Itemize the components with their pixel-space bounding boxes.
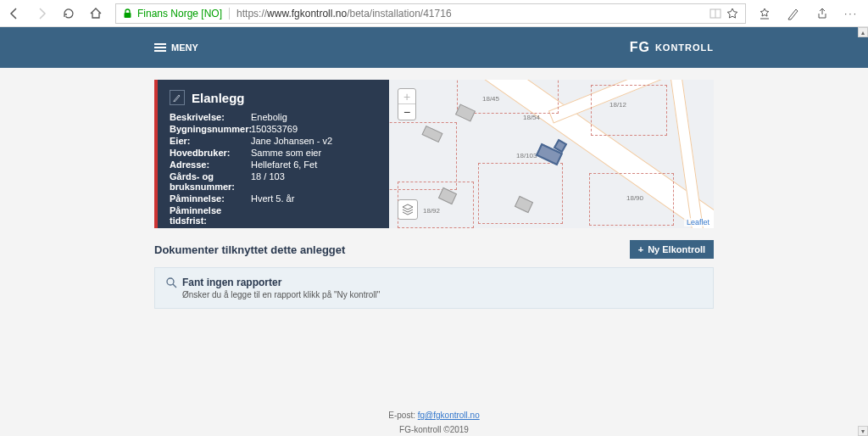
plus-icon: + (638, 244, 643, 254)
scroll-up-button[interactable]: ▴ (858, 27, 868, 37)
documents-heading: Dokumenter tilknyttet dette anlegget (154, 243, 345, 256)
refresh-button[interactable] (61, 6, 76, 21)
field-eier: Eier:Jane Johansen - v2 (170, 136, 377, 146)
svg-point-4 (167, 278, 174, 285)
back-button[interactable] (7, 6, 22, 21)
footer-copyright: FG-kontroll ©2019 (154, 425, 714, 434)
notes-icon[interactable] (787, 7, 800, 20)
field-paminnelse: Påminnelse:Hvert 5. år (170, 193, 377, 204)
field-adresse: Adresse:Hellefaret 6, Fet (170, 159, 377, 170)
svg-line-5 (173, 284, 176, 288)
lock-icon (123, 8, 132, 19)
footer-email-link[interactable]: fg@fgkontroll.no (418, 411, 480, 420)
map-zoom-control: + − (398, 88, 416, 120)
svg-rect-0 (125, 13, 131, 18)
share-icon[interactable] (815, 7, 829, 20)
site-identity: Finans Norge [NO] (137, 8, 222, 20)
favorite-star-icon[interactable] (726, 8, 738, 20)
field-gards-bruksnummer: Gårds- og bruksnummer:18 / 103 (170, 171, 377, 192)
scroll-down-button[interactable]: ▾ (858, 426, 868, 436)
field-paminnelse-tidsfrist: Påminnelse tidsfrist: (170, 205, 377, 226)
new-elkontroll-button[interactable]: + Ny Elkontroll (630, 240, 714, 259)
hamburger-icon (154, 42, 166, 53)
zoom-out-button[interactable]: − (398, 104, 415, 120)
search-icon (165, 277, 177, 288)
menu-label: MENY (171, 42, 198, 53)
layers-button[interactable] (398, 199, 418, 220)
field-hovedbruker: Hovedbruker:Samme som eier (170, 148, 377, 158)
field-beskrivelse: Beskrivelse:Enebolig (170, 112, 377, 122)
reading-view-icon[interactable] (709, 8, 721, 20)
map-attribution[interactable]: Leaflet (684, 218, 712, 226)
empty-reports-notice: Fant ingen rapporter Ønsker du å legge t… (154, 267, 714, 309)
separator (229, 8, 230, 20)
forward-button[interactable] (34, 6, 49, 21)
zoom-in-button[interactable]: + (398, 89, 415, 104)
field-bygningsnummer: Bygningsnummer:150353769 (170, 124, 377, 134)
address-bar[interactable]: Finans Norge [NO] https://www.fgkontroll… (115, 3, 746, 24)
edit-icon[interactable] (170, 90, 185, 105)
url-display: https://www.fgkontroll.no/beta/installat… (236, 8, 452, 20)
panel-title: Elanlegg (192, 91, 245, 105)
map-view[interactable]: 18/45 18/54 18/12 18/103 18/90 18/92 + −… (389, 80, 714, 228)
favorites-list-icon[interactable] (758, 7, 771, 20)
menu-button[interactable]: MENY (154, 42, 198, 53)
home-button[interactable] (88, 6, 103, 21)
footer-email: E-post: fg@fgkontroll.no (154, 411, 714, 420)
more-icon[interactable]: ··· (844, 8, 858, 20)
app-logo: FG KONTROLL (630, 40, 714, 55)
